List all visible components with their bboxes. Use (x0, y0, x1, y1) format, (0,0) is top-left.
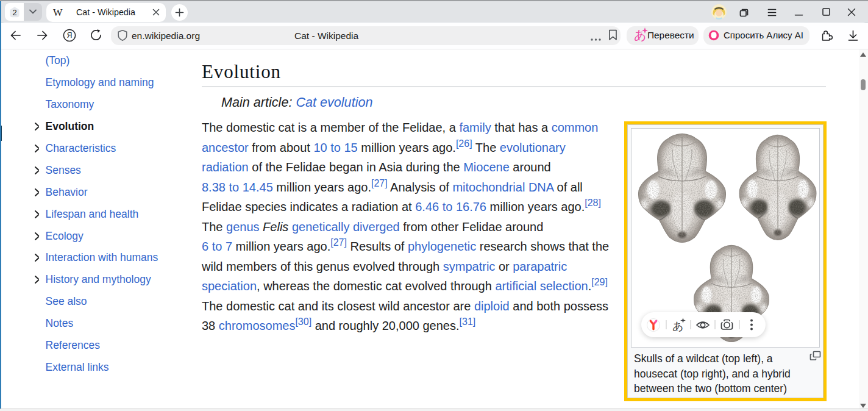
svg-text:Я: Я (67, 31, 73, 40)
svg-text:2: 2 (12, 8, 16, 17)
